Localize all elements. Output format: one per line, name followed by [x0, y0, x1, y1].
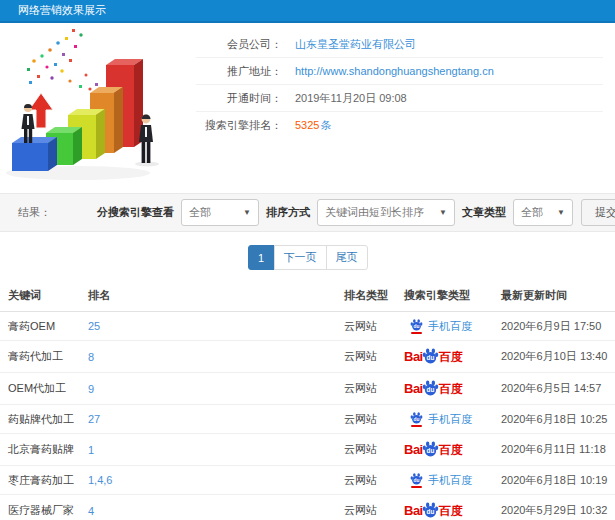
rank-cell: 1: [84, 434, 340, 466]
table-body: 膏药OEM25云网站 du 手机百度2020年6月9日 17:50膏药代加工8云…: [0, 312, 615, 520]
summary-section: 会员公司：山东皇圣堂药业有限公司推广地址：http://www.shandong…: [0, 23, 615, 187]
rank-link[interactable]: 1,4,6: [88, 474, 112, 486]
svg-text:du: du: [426, 508, 434, 515]
info-panel: 会员公司：山东皇圣堂药业有限公司推广地址：http://www.shandong…: [196, 23, 615, 138]
pagination-last-button[interactable]: 尾页: [326, 245, 368, 270]
engine-cell: du 手机百度: [400, 466, 497, 495]
rank-type-cell: 云网站: [340, 312, 400, 341]
info-value-link[interactable]: 山东皇圣堂药业有限公司: [295, 37, 416, 52]
rank-cell: 1,4,6: [84, 466, 340, 495]
chevron-down-icon: ▼: [439, 208, 447, 217]
search-engine-rank-count: 5325条: [295, 118, 331, 133]
mobile-baidu-logo: du 手机百度: [410, 472, 472, 488]
svg-text:du: du: [414, 324, 420, 329]
page-title: 网络营销效果展示: [18, 4, 106, 16]
rank-type-cell: 云网站: [340, 495, 400, 520]
engine-cell: Bai du 百度: [400, 373, 497, 405]
baidu-paw-icon: du: [422, 501, 439, 518]
submit-button[interactable]: 提交: [581, 199, 615, 226]
baidu-paw-icon: du: [422, 440, 439, 457]
rank-type-cell: 云网站: [340, 341, 400, 373]
engine-cell: Bai du 百度: [400, 434, 497, 466]
info-value: 2019年11月20日 09:08: [295, 91, 407, 106]
svg-text:du: du: [414, 478, 420, 483]
updated-cell: 2020年6月10日 13:40: [497, 341, 615, 373]
mobile-baidu-logo: du 手机百度: [410, 411, 472, 427]
mobile-baidu-label: 手机百度: [428, 412, 472, 427]
rank-link[interactable]: 25: [88, 320, 100, 332]
chevron-down-icon: ▼: [557, 208, 565, 217]
article-type-label: 文章类型: [462, 205, 506, 220]
table-row: 北京膏药贴牌1云网站 Bai du 百度2020年6月11日 11:18: [0, 434, 615, 466]
rank-type-cell: 云网站: [340, 405, 400, 434]
updated-cell: 2020年6月9日 17:50: [497, 312, 615, 341]
rank-link[interactable]: 1: [88, 444, 94, 456]
rank-count-unit: 条: [320, 119, 331, 131]
keyword-cell: OEM代加工: [0, 373, 84, 405]
baidu-logo: Bai du 百度: [404, 440, 463, 459]
growth-chart-illustration: [0, 23, 196, 187]
info-row: 搜索引擎排名：5325条: [196, 112, 603, 138]
baidu-logo: Bai du 百度: [404, 501, 463, 520]
rank-count-number: 5325: [295, 119, 319, 131]
keyword-cell: 药贴牌代加工: [0, 405, 84, 434]
pagination-page-1[interactable]: 1: [248, 245, 275, 270]
baidu-paw-icon: du: [410, 472, 423, 485]
rank-cell: 27: [84, 405, 340, 434]
table-row: 膏药代加工8云网站 Bai du 百度2020年6月10日 13:40: [0, 341, 615, 373]
engine-cell: Bai du 百度: [400, 341, 497, 373]
updated-cell: 2020年5月29日 10:32: [497, 495, 615, 520]
filter-bar: 结果： 分搜索引擎查看 全部 ▼ 排序方式 关键词由短到长排序 ▼ 文章类型 全…: [0, 193, 615, 232]
info-row: 开通时间：2019年11月20日 09:08: [196, 85, 603, 112]
table-row: 药贴牌代加工27云网站 du 手机百度2020年6月18日 10:25: [0, 405, 615, 434]
filter-controls: 分搜索引擎查看 全部 ▼ 排序方式 关键词由短到长排序 ▼ 文章类型 全部 ▼ …: [90, 199, 615, 226]
svg-text:du: du: [426, 354, 434, 361]
sort-filter-select[interactable]: 关键词由短到长排序 ▼: [317, 199, 455, 226]
svg-text:du: du: [426, 386, 434, 393]
keyword-ranking-table: 关键词排名排名类型搜索引擎类型最新更新时间 膏药OEM25云网站 du 手机百度…: [0, 280, 615, 520]
table-header-row: 关键词排名排名类型搜索引擎类型最新更新时间: [0, 280, 615, 312]
rank-type-cell: 云网站: [340, 373, 400, 405]
updated-cell: 2020年6月18日 10:19: [497, 466, 615, 495]
svg-text:du: du: [414, 417, 420, 422]
bar-chart-graphic: [0, 23, 196, 187]
bar-blue: [12, 137, 57, 171]
rank-link[interactable]: 4: [88, 505, 94, 517]
mobile-baidu-logo: du 手机百度: [410, 318, 472, 334]
info-value-link[interactable]: http://www.shandonghuangshengtang.cn: [295, 65, 494, 77]
engine-cell: Bai du 百度: [400, 495, 497, 520]
sort-filter-value: 关键词由短到长排序: [325, 205, 424, 220]
info-label: 搜索引擎排名：: [196, 118, 282, 133]
rank-cell: 8: [84, 341, 340, 373]
baidu-paw-icon: du: [410, 411, 423, 424]
baidu-paw-icon: du: [410, 318, 423, 331]
baidu-paw-icon: du: [422, 379, 439, 396]
sort-filter-label: 排序方式: [266, 205, 310, 220]
rank-cell: 25: [84, 312, 340, 341]
info-row: 推广地址：http://www.shandonghuangshengtang.c…: [196, 58, 603, 85]
column-header: 搜索引擎类型: [400, 280, 497, 312]
pagination-next-button[interactable]: 下一页: [274, 245, 327, 270]
rank-link[interactable]: 9: [88, 383, 94, 395]
info-label: 开通时间：: [196, 91, 282, 106]
keyword-cell: 北京膏药贴牌: [0, 434, 84, 466]
engine-filter-label: 分搜索引擎查看: [97, 205, 174, 220]
column-header: 排名类型: [340, 280, 400, 312]
rank-link[interactable]: 27: [88, 413, 100, 425]
rank-cell: 4: [84, 495, 340, 520]
updated-cell: 2020年6月5日 14:57: [497, 373, 615, 405]
result-label: 结果：: [18, 205, 51, 220]
mobile-baidu-label: 手机百度: [428, 473, 472, 488]
info-label: 会员公司：: [196, 37, 282, 52]
engine-filter-select[interactable]: 全部 ▼: [181, 199, 259, 226]
baidu-logo: Bai du 百度: [404, 379, 463, 398]
table-row: OEM代加工9云网站 Bai du 百度2020年6月5日 14:57: [0, 373, 615, 405]
updated-cell: 2020年6月18日 10:25: [497, 405, 615, 434]
rank-type-cell: 云网站: [340, 466, 400, 495]
article-type-select[interactable]: 全部 ▼: [513, 199, 573, 226]
keyword-cell: 膏药OEM: [0, 312, 84, 341]
keyword-cell: 医疗器械厂家: [0, 495, 84, 520]
column-header: 最新更新时间: [497, 280, 615, 312]
rank-cell: 9: [84, 373, 340, 405]
rank-link[interactable]: 8: [88, 351, 94, 363]
